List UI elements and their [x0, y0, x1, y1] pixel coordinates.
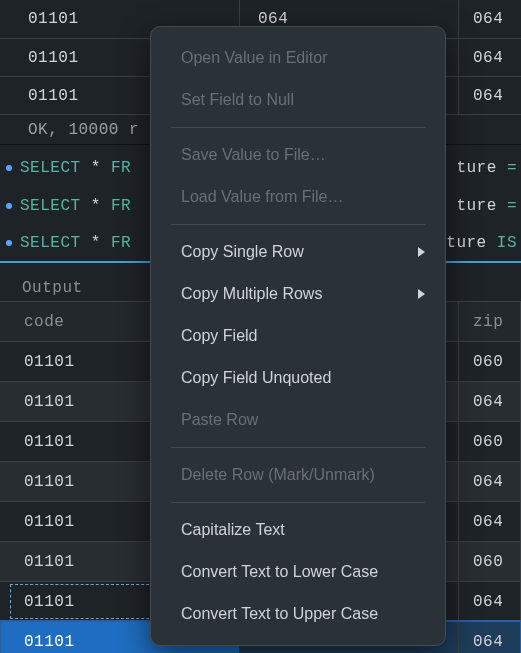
menu-item: Load Value from File… — [151, 176, 445, 218]
menu-separator — [171, 127, 425, 128]
menu-separator — [171, 447, 425, 448]
cell-zip[interactable]: 060 — [459, 541, 521, 581]
context-menu: Open Value in EditorSet Field to NullSav… — [150, 26, 446, 646]
cell-right[interactable]: 064 — [459, 39, 521, 76]
active-query-indicator-icon — [6, 203, 12, 209]
cell-zip[interactable]: 060 — [459, 341, 521, 381]
cell-right[interactable]: 064 — [459, 0, 521, 38]
menu-item[interactable]: Copy Field — [151, 315, 445, 357]
menu-item: Delete Row (Mark/Unmark) — [151, 454, 445, 496]
menu-separator — [171, 224, 425, 225]
submenu-arrow-icon — [418, 289, 425, 299]
menu-item: Open Value in Editor — [151, 37, 445, 79]
menu-item[interactable]: Copy Single Row — [151, 231, 445, 273]
active-query-indicator-icon — [6, 240, 12, 246]
cell-zip[interactable]: 064 — [459, 461, 521, 501]
menu-item[interactable]: Capitalize Text — [151, 509, 445, 551]
cell-zip[interactable]: 064 — [459, 501, 521, 541]
menu-item[interactable]: Copy Multiple Rows — [151, 273, 445, 315]
cell-right[interactable]: 064 — [459, 77, 521, 114]
cell-zip[interactable]: 064 — [459, 381, 521, 421]
cell-zip[interactable]: 064 — [459, 581, 521, 621]
menu-item[interactable]: Convert Text to Upper Case — [151, 593, 445, 635]
menu-item: Save Value to File… — [151, 134, 445, 176]
menu-item[interactable]: Convert Text to Lower Case — [151, 551, 445, 593]
output-tab[interactable]: Output — [12, 273, 103, 301]
cell-zip[interactable]: 064 — [459, 621, 521, 653]
menu-item: Set Field to Null — [151, 79, 445, 121]
submenu-arrow-icon — [418, 247, 425, 257]
column-header-zip[interactable]: zip — [459, 301, 521, 341]
active-query-indicator-icon — [6, 165, 12, 171]
menu-separator — [171, 502, 425, 503]
menu-item: Paste Row — [151, 399, 445, 441]
menu-item[interactable]: Copy Field Unquoted — [151, 357, 445, 399]
cell-zip[interactable]: 060 — [459, 421, 521, 461]
